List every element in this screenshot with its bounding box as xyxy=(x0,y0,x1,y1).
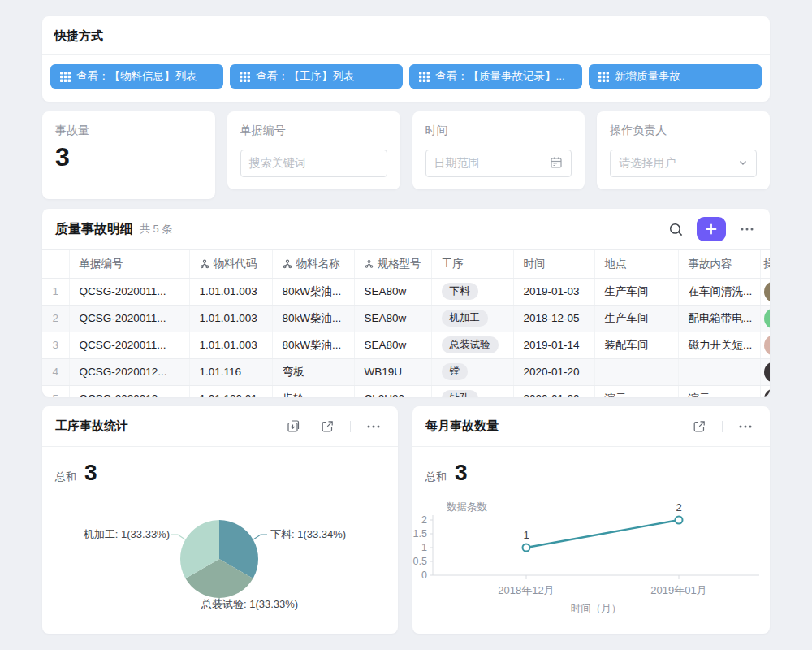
shortcut-button-label: 查看：【质量事故记录】... xyxy=(435,69,565,84)
table-row[interactable]: 3QCSG-2020011...1.01.01.00380kW柴油...SEA8… xyxy=(42,332,770,358)
process-tag: 钻孔 xyxy=(442,390,478,396)
cell-操作负责人 xyxy=(760,305,770,332)
cell-物料名称: 80kW柴油... xyxy=(272,332,354,358)
column-header-label: 规格型号 xyxy=(378,257,421,271)
open-button[interactable] xyxy=(688,415,710,438)
cell-工序: 总装试验 xyxy=(431,332,513,358)
operator-select[interactable]: 请选择用户 xyxy=(610,150,757,177)
avatar xyxy=(764,362,771,383)
accident-count-value: 3 xyxy=(55,141,202,172)
grid-icon xyxy=(240,72,250,82)
cell-单据编号: QCSG-2020011... xyxy=(69,305,189,332)
table-row[interactable]: 5QCSG-2020012...1.01.120.01齿轮CL2H30钻孔202… xyxy=(42,385,770,396)
process-tag: 镗 xyxy=(442,363,469,380)
time-filter-card: 时间 日期范围 xyxy=(412,111,585,189)
pie-label-机加工: 机加工: 1(33.33%) xyxy=(84,528,170,540)
process-total-row: 总和 3 xyxy=(42,447,398,488)
cell-时间: 2020-01-20 xyxy=(513,385,594,396)
table-more-button[interactable] xyxy=(736,218,758,240)
doc-number-input[interactable]: 搜索关键词 xyxy=(240,150,387,177)
process-pie-chart: 下料: 1(33.34%)总装试验: 1(33.33%)机加工: 1(33.33… xyxy=(42,492,398,622)
cell-事故内容 xyxy=(678,358,760,385)
shortcut-button-1[interactable]: 查看：【物料信息】列表 xyxy=(50,64,223,89)
cell-物料名称: 80kW柴油... xyxy=(272,278,354,305)
grid-icon xyxy=(419,72,430,82)
shortcuts-card: 快捷方式 查看：【物料信息】列表查看：【工序】列表查看：【质量事故记录】...新… xyxy=(42,16,770,102)
column-header-事故内容: 事故内容 xyxy=(678,250,760,278)
monthly-total-row: 总和 3 xyxy=(412,447,770,488)
shortcut-button-2[interactable]: 查看：【工序】列表 xyxy=(230,64,403,89)
cell-单据编号: QCSG-2020012... xyxy=(69,385,189,396)
cell-地点: 装配车间 xyxy=(594,332,678,358)
table-row[interactable]: 2QCSG-2020011...1.01.01.00380kW柴油...SEA8… xyxy=(42,305,770,332)
doc-number-filter-card: 单据编号 搜索关键词 xyxy=(227,111,400,189)
cell-时间: 2019-01-03 xyxy=(513,278,594,305)
cell-规格型号: SEA80w xyxy=(354,332,431,358)
total-label: 总和 xyxy=(55,470,76,484)
grid-icon xyxy=(60,72,71,82)
y-tick-label: 1 xyxy=(421,542,427,553)
column-header-规格型号: 规格型号 xyxy=(354,250,431,278)
more-icon xyxy=(366,424,381,429)
total-value: 3 xyxy=(455,460,468,486)
cell-规格型号: SEA80w xyxy=(354,278,431,305)
cell-规格型号: SEA80w xyxy=(354,305,431,332)
cell-物料代码: 1.01.120.01 xyxy=(189,385,272,396)
search-icon xyxy=(668,222,684,237)
calendar-icon xyxy=(550,156,563,171)
download-button[interactable] xyxy=(282,415,304,438)
monthly-chart-more-button[interactable] xyxy=(734,415,757,438)
cell-物料代码: 1.01.01.003 xyxy=(189,305,272,332)
time-label: 时间 xyxy=(425,124,572,138)
date-range-input[interactable]: 日期范围 xyxy=(425,150,572,177)
shortcut-button-label: 查看：【工序】列表 xyxy=(256,69,355,84)
cell-物料代码: 1.01.01.003 xyxy=(189,278,272,305)
data-point[interactable] xyxy=(676,517,683,524)
cell-事故内容: 配电箱带电... xyxy=(678,305,760,332)
cell-事故内容: 在车间清洗... xyxy=(678,278,760,305)
search-button[interactable] xyxy=(664,218,687,240)
table-row[interactable]: 4QCSG-2020012...1.01.116弯板WB19U镗2020-01-… xyxy=(42,358,770,385)
shortcut-button-3[interactable]: 查看：【质量事故记录】... xyxy=(409,64,582,89)
operator-label: 操作负责人 xyxy=(610,124,757,138)
record-count: 共 5 条 xyxy=(140,222,172,236)
doc-number-placeholder: 搜索关键词 xyxy=(249,156,306,171)
add-record-button[interactable] xyxy=(697,217,726,241)
column-header-label: 单据编号 xyxy=(80,257,123,271)
dashboard-page: 快捷方式 查看：【物料信息】列表查看：【工序】列表查看：【质量事故记录】...新… xyxy=(0,0,812,650)
table-scroll-area[interactable]: 单据编号物料代码物料名称规格型号工序时间地点事故内容操作负责人1QCSG-202… xyxy=(42,249,770,396)
process-tag: 下料 xyxy=(442,283,478,300)
cell-操作负责人 xyxy=(760,332,770,358)
process-chart-more-button[interactable] xyxy=(362,415,385,438)
shortcut-button-label: 查看：【物料信息】列表 xyxy=(76,69,197,84)
column-header-index xyxy=(42,250,69,278)
row-index: 2 xyxy=(42,305,69,332)
shortcuts-title: 快捷方式 xyxy=(42,16,770,54)
cell-时间: 2019-01-14 xyxy=(513,332,594,358)
cell-规格型号: CL2H30 xyxy=(354,385,431,396)
y-tick-label: 2 xyxy=(421,514,427,526)
avatar xyxy=(764,388,771,397)
column-header-时间: 时间 xyxy=(513,250,594,278)
grid-icon xyxy=(598,72,609,82)
cell-单据编号: QCSG-2020012... xyxy=(69,358,189,385)
relation-icon xyxy=(283,259,292,269)
cell-地点 xyxy=(594,358,678,385)
monthly-count-card: 每月事故数量 总和 3 数据条数00.511.522018年12月2019年01… xyxy=(412,406,770,634)
cell-时间: 2018-12-05 xyxy=(513,305,594,332)
open-icon xyxy=(693,420,706,433)
table-card-header: 质量事故明细 共 5 条 xyxy=(42,209,770,249)
pie-label-line xyxy=(171,535,185,540)
cell-物料名称: 弯板 xyxy=(272,358,354,385)
data-point[interactable] xyxy=(523,544,530,552)
column-header-label: 事故内容 xyxy=(689,257,732,271)
open-button[interactable] xyxy=(316,415,339,438)
doc-number-label: 单据编号 xyxy=(240,124,387,138)
table-row[interactable]: 1QCSG-2020011...1.01.01.00380kW柴油...SEA8… xyxy=(42,278,770,305)
pie-label-总装试验: 总装试验: 1(33.33%) xyxy=(201,598,298,610)
column-header-工序: 工序 xyxy=(431,250,513,278)
charts-row: 工序事故统计 总和 3 下料: 1(33.34%)总装试验: 1(33.33%)… xyxy=(42,406,770,634)
shortcut-button-4[interactable]: 新增质量事故 xyxy=(589,64,762,89)
total-label: 总和 xyxy=(425,470,447,484)
operator-filter-card: 操作负责人 请选择用户 xyxy=(597,111,770,189)
